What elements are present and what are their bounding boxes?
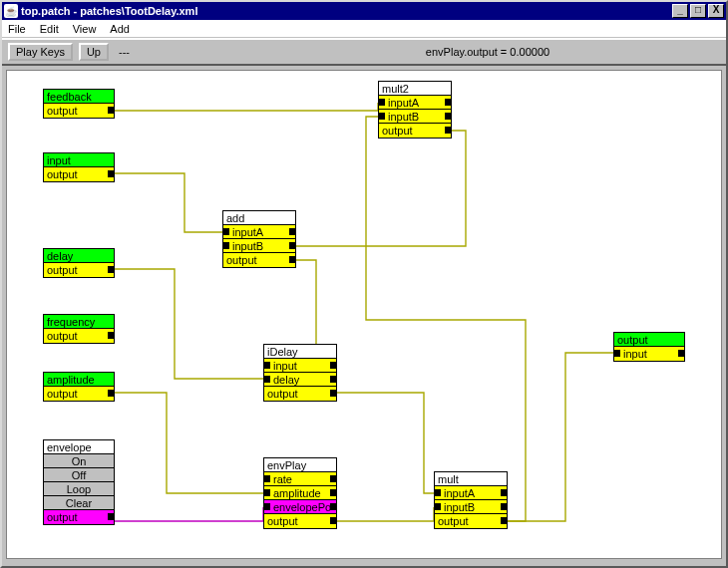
input-port-icon[interactable] — [613, 350, 620, 357]
output-port-icon[interactable] — [330, 362, 337, 369]
output-port-icon[interactable] — [289, 228, 296, 235]
node-mult2[interactable]: mult2 inputA inputB output — [378, 81, 452, 139]
port-output[interactable]: output — [44, 329, 114, 343]
output-port-icon[interactable] — [330, 503, 337, 510]
output-port-icon[interactable] — [501, 517, 508, 524]
output-port-icon[interactable] — [330, 390, 337, 397]
node-add[interactable]: add inputA inputB output — [222, 210, 296, 268]
input-port-icon[interactable] — [378, 113, 385, 120]
output-port-icon[interactable] — [330, 475, 337, 482]
input-port-icon[interactable] — [263, 376, 270, 383]
play-keys-button[interactable]: Play Keys — [8, 43, 73, 61]
output-port-icon[interactable] — [445, 99, 452, 106]
input-port-icon[interactable] — [434, 503, 441, 510]
menubar: File Edit View Add — [2, 20, 726, 38]
node-title: input — [44, 153, 114, 167]
output-port-icon[interactable] — [330, 517, 337, 524]
port-amplitude[interactable]: amplitude — [264, 486, 336, 500]
port-output[interactable]: output — [435, 514, 507, 528]
port-inputb[interactable]: inputB — [223, 239, 295, 253]
port-input[interactable]: input — [614, 347, 684, 361]
output-port-icon[interactable] — [289, 242, 296, 249]
close-button[interactable]: X — [708, 4, 724, 18]
maximize-button[interactable]: □ — [690, 4, 706, 18]
output-port-icon[interactable] — [108, 266, 115, 273]
output-port-icon[interactable] — [330, 376, 337, 383]
port-inputb[interactable]: inputB — [435, 500, 507, 514]
output-port-icon[interactable] — [501, 503, 508, 510]
port-output[interactable]: output — [44, 510, 114, 524]
node-delay[interactable]: delay output — [43, 248, 115, 278]
toolbar: Play Keys Up --- envPlay.output = 0.0000… — [2, 38, 726, 66]
node-title: frequency — [44, 315, 114, 329]
output-port-icon[interactable] — [445, 113, 452, 120]
node-title: amplitude — [44, 373, 114, 387]
port-output[interactable]: output — [44, 167, 114, 181]
toolbar-status: envPlay.output = 0.00000 — [136, 46, 720, 58]
node-envelope[interactable]: envelope On Off Loop Clear output — [43, 439, 115, 525]
output-port-icon[interactable] — [108, 390, 115, 397]
output-port-icon[interactable] — [289, 256, 296, 263]
port-delay[interactable]: delay — [264, 373, 336, 387]
port-inputa[interactable]: inputA — [435, 486, 507, 500]
port-output[interactable]: output — [44, 387, 114, 401]
output-port-icon[interactable] — [445, 127, 452, 134]
envelope-on-button[interactable]: On — [44, 454, 114, 468]
menu-add[interactable]: Add — [110, 23, 130, 35]
output-port-icon[interactable] — [501, 489, 508, 496]
menu-view[interactable]: View — [73, 23, 97, 35]
node-title: output — [614, 333, 684, 347]
node-output[interactable]: output input — [613, 332, 685, 362]
java-icon: ☕ — [4, 4, 18, 18]
envelope-clear-button[interactable]: Clear — [44, 496, 114, 510]
port-envelope[interactable]: envelopePo — [264, 500, 336, 514]
input-port-icon[interactable] — [222, 228, 229, 235]
output-port-icon[interactable] — [678, 350, 685, 357]
port-output[interactable]: output — [264, 387, 336, 401]
port-output[interactable]: output — [44, 104, 114, 118]
toolbar-dash: --- — [119, 46, 130, 58]
input-port-icon[interactable] — [263, 475, 270, 482]
envelope-off-button[interactable]: Off — [44, 468, 114, 482]
patch-canvas[interactable]: feedback output input output delay outpu… — [6, 70, 722, 559]
port-output[interactable]: output — [44, 263, 114, 277]
minimize-button[interactable]: _ — [672, 4, 688, 18]
input-port-icon[interactable] — [378, 99, 385, 106]
titlebar[interactable]: ☕ top.patch - patches\TootDelay.xml _ □ … — [2, 2, 726, 20]
port-inputa[interactable]: inputA — [379, 96, 451, 110]
output-port-icon[interactable] — [330, 489, 337, 496]
input-port-icon[interactable] — [222, 242, 229, 249]
port-inputb[interactable]: inputB — [379, 110, 451, 124]
node-envplay[interactable]: envPlay rate amplitude envelopePo output — [263, 457, 337, 529]
output-port-icon[interactable] — [108, 107, 115, 114]
output-port-icon[interactable] — [108, 170, 115, 177]
up-button[interactable]: Up — [79, 43, 109, 61]
input-port-icon[interactable] — [434, 489, 441, 496]
node-idelay[interactable]: iDelay input delay output — [263, 344, 337, 402]
output-port-icon[interactable] — [108, 513, 115, 520]
port-output[interactable]: output — [379, 124, 451, 138]
node-title: feedback — [44, 90, 114, 104]
node-amplitude[interactable]: amplitude output — [43, 372, 115, 402]
node-input[interactable]: input output — [43, 152, 115, 182]
port-input[interactable]: input — [264, 359, 336, 373]
node-title: add — [223, 211, 295, 225]
node-feedback[interactable]: feedback output — [43, 89, 115, 119]
window-title: top.patch - patches\TootDelay.xml — [21, 5, 197, 17]
app-window: ☕ top.patch - patches\TootDelay.xml _ □ … — [0, 0, 728, 568]
output-port-icon[interactable] — [108, 332, 115, 339]
menu-file[interactable]: File — [8, 23, 26, 35]
input-port-icon[interactable] — [263, 503, 270, 510]
port-output[interactable]: output — [264, 514, 336, 528]
node-frequency[interactable]: frequency output — [43, 314, 115, 344]
menu-edit[interactable]: Edit — [40, 23, 59, 35]
node-mult[interactable]: mult inputA inputB output — [434, 471, 508, 529]
port-output[interactable]: output — [223, 253, 295, 267]
port-inputa[interactable]: inputA — [223, 225, 295, 239]
envelope-loop-button[interactable]: Loop — [44, 482, 114, 496]
node-title: mult — [435, 472, 507, 486]
input-port-icon[interactable] — [263, 362, 270, 369]
input-port-icon[interactable] — [263, 489, 270, 496]
node-title: envPlay — [264, 458, 336, 472]
port-rate[interactable]: rate — [264, 472, 336, 486]
